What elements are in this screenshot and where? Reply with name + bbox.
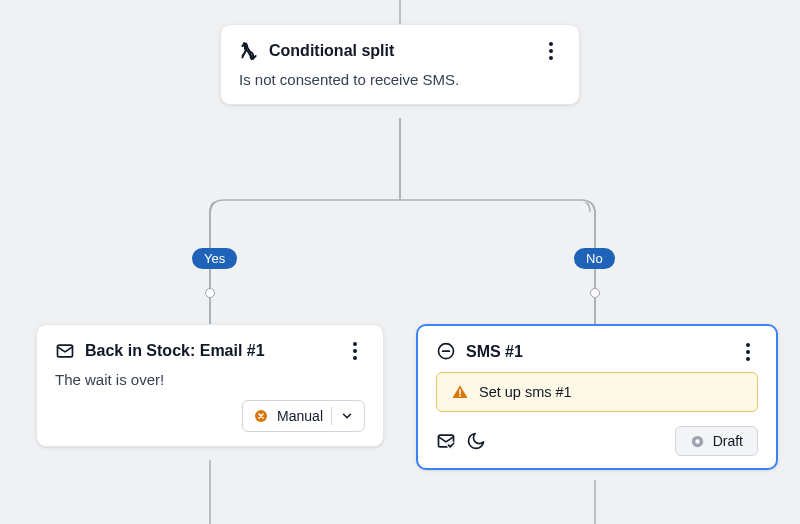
- more-menu-button[interactable]: [738, 342, 758, 362]
- manual-status-icon: [253, 408, 269, 424]
- setup-alert[interactable]: Set up sms #1: [436, 372, 758, 412]
- svg-point-17: [695, 439, 699, 443]
- mail-icon: [55, 341, 75, 361]
- email-node[interactable]: Back in Stock: Email #1 The wait is over…: [36, 324, 384, 447]
- connection-port[interactable]: [590, 288, 600, 298]
- status-dropdown-label: Manual: [277, 408, 323, 424]
- draft-status-button[interactable]: Draft: [675, 426, 758, 456]
- branch-label-no: No: [574, 248, 615, 269]
- branch-label-yes: Yes: [192, 248, 237, 269]
- conditional-split-title: Conditional split: [269, 42, 531, 60]
- email-node-title: Back in Stock: Email #1: [85, 342, 335, 360]
- conditional-split-node[interactable]: Conditional split Is not consented to re…: [220, 24, 580, 105]
- email-node-body: The wait is over!: [55, 371, 365, 388]
- smart-sending-icon[interactable]: [436, 431, 456, 451]
- more-menu-button[interactable]: [541, 41, 561, 61]
- conditional-split-description: Is not consented to receive SMS.: [239, 71, 561, 88]
- sms-node-title: SMS #1: [466, 343, 728, 361]
- sms-node[interactable]: SMS #1 Set up sms #1: [416, 324, 778, 470]
- draft-status-label: Draft: [713, 433, 743, 449]
- setup-alert-text: Set up sms #1: [479, 384, 572, 400]
- quiet-hours-icon[interactable]: [466, 431, 486, 451]
- svg-point-13: [459, 395, 461, 397]
- chevron-down-icon: [340, 409, 354, 423]
- draft-status-icon: [690, 434, 705, 449]
- more-menu-button[interactable]: [345, 341, 365, 361]
- status-dropdown[interactable]: Manual: [242, 400, 365, 432]
- connection-port[interactable]: [205, 288, 215, 298]
- branch-icon: [239, 41, 259, 61]
- svg-rect-4: [200, 198, 600, 202]
- sms-icon: [436, 342, 456, 362]
- warning-icon: [451, 383, 469, 401]
